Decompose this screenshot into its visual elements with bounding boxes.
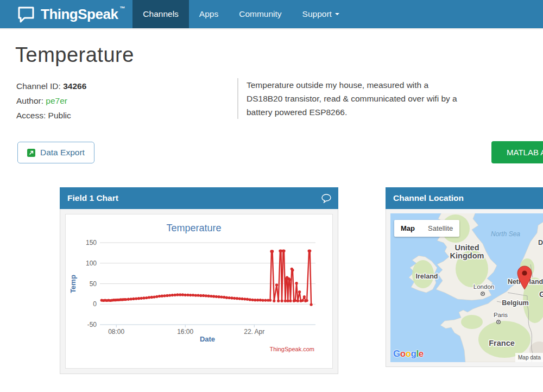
london-dot-center [482,293,483,294]
y-tick-label: 50 [90,280,97,288]
brand-text: ThingSpeak [41,6,118,23]
data-point [271,250,274,252]
data-point [205,294,207,297]
map-type-control: Map Satellite [394,220,459,237]
data-point [284,300,287,302]
field1-chart-panel: Field 1 Chart -5005010015008:0016:0022. … [60,187,338,374]
data-point [179,293,181,296]
uk-label-line2: Kingdom [450,251,484,260]
data-export-button[interactable]: Data Export [17,142,94,163]
author-label: Author: [16,96,46,105]
data-point [281,300,283,302]
field1-chart-header: Field 1 Chart [60,187,338,209]
data-point [282,250,285,252]
data-point [291,269,294,271]
data-point [294,299,296,302]
data-point [140,297,143,300]
data-point [127,298,130,301]
data-point [241,298,243,300]
data-point [295,282,298,284]
nav-item-community[interactable]: Community [229,0,292,28]
y-axis-title: Temp [69,275,77,293]
map-type-map-button[interactable]: Map [394,220,421,237]
data-point [207,295,210,298]
data-point [308,250,311,252]
y-tick-label: -50 [87,321,97,328]
data-point [228,296,231,299]
data-point [212,295,215,298]
data-point [310,303,313,306]
data-point [137,297,140,300]
data-point [262,299,264,302]
author-link[interactable]: pe7er [46,96,67,105]
data-point [150,296,153,299]
data-point [238,298,241,300]
nav-item-channels[interactable]: Channels [132,0,189,28]
data-point [236,297,238,300]
data-point [210,295,212,298]
data-point [303,295,306,298]
data-point [256,299,259,301]
data-point [223,296,225,299]
author-row: Author: pe7er [16,93,86,108]
data-point [181,293,184,296]
field1-chart-body: -5005010015008:0016:0022. AprTemperature… [60,209,338,374]
data-point [194,294,197,296]
data-point [124,298,127,301]
thingspeak-brand[interactable]: ThingSpeak ™ [16,0,125,28]
data-point [287,300,289,302]
data-point [197,294,199,296]
google-letter: o [400,349,406,359]
matlab-analysis-button[interactable]: MATLAB Analysis [491,141,543,163]
page-title: Temperature [15,43,134,67]
france-label: France [489,339,515,347]
data-point [171,294,174,296]
channel-id-row: Channel ID: 34266 [16,79,86,93]
data-point [153,295,155,298]
data-point [230,296,233,299]
channel-location-header: Channel Location [386,187,543,209]
data-point [220,295,223,298]
caret-down-icon [335,13,339,15]
data-point [130,298,132,300]
denmark-label: Denmark [538,239,543,246]
data-point [145,296,148,299]
data-point [155,295,158,298]
navbar: ThingSpeak ™ Channels Apps Community Sup… [0,0,543,29]
data-point [199,294,202,297]
google-logo[interactable]: Google [393,349,424,359]
uk-label-line1: United [454,243,479,252]
channel-id-value: 34266 [63,81,86,91]
access-row: Access: Public [16,108,86,123]
data-point [148,296,150,299]
field1-chart-svg: -5005010015008:0016:0022. AprTemperature… [66,214,333,369]
access-value: Public [48,111,71,120]
data-point [166,294,168,297]
comment-icon[interactable] [321,194,331,203]
ireland-label: Ireland [416,273,438,280]
data-point [288,278,291,281]
nav-item-support-label: Support [302,9,332,19]
data-point [142,296,145,299]
nav-item-support[interactable]: Support [292,0,350,28]
channel-description: Temperature outside my house, measured w… [237,78,461,119]
chart-title: Temperature [166,223,221,233]
london-label: London [473,283,494,290]
data-point [186,294,189,296]
data-point [174,294,176,296]
data-point [243,298,246,300]
data-point [296,300,299,302]
google-letter: G [393,349,400,359]
data-point [275,283,278,286]
channel-location-map[interactable]: North Sea United Kingdom Ireland Netherl… [390,213,543,362]
paris-dot-center [498,321,499,323]
data-point [264,299,267,302]
channel-meta: Channel ID: 34266 Author: pe7er Access: … [16,79,86,123]
data-point [225,296,228,299]
data-point [249,298,251,301]
paris-label: Paris [494,312,508,318]
data-point [192,294,194,296]
map-type-satellite-button[interactable]: Satellite [421,220,459,237]
access-label: Access: [16,111,48,120]
nav-item-apps[interactable]: Apps [189,0,229,28]
